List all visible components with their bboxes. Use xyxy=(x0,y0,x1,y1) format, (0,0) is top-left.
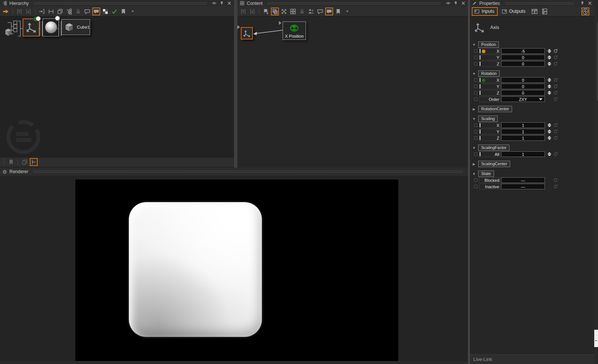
value-spinner[interactable] xyxy=(547,48,551,54)
value-spinner[interactable] xyxy=(547,135,551,141)
eye-icon[interactable] xyxy=(445,0,451,6)
close-icon[interactable] xyxy=(587,0,593,6)
show-layers-icon[interactable] xyxy=(271,8,279,15)
y-value-field[interactable]: 1 xyxy=(501,129,545,134)
z-value-field[interactable]: 1 xyxy=(501,135,545,141)
row-checkbox[interactable] xyxy=(474,85,477,88)
close-icon[interactable] xyxy=(226,0,232,6)
show-subtree-icon[interactable] xyxy=(65,8,73,15)
pin-icon[interactable] xyxy=(580,0,585,6)
value-spinner[interactable] xyxy=(547,84,551,89)
section-label[interactable]: ScalingFactor xyxy=(478,145,509,151)
lock-icon[interactable] xyxy=(298,8,306,15)
split-view-icon[interactable] xyxy=(531,8,538,15)
reset-icon[interactable] xyxy=(553,178,558,183)
pin-node-icon[interactable] xyxy=(262,8,270,15)
order-dropdown[interactable]: ZXY xyxy=(501,96,545,102)
x-value-field[interactable]: 0 xyxy=(501,77,545,83)
value-spinner[interactable] xyxy=(547,77,551,83)
section-label[interactable]: Rotation xyxy=(478,70,500,77)
tab-outputs[interactable]: Outputs xyxy=(500,7,528,16)
bookmark-view-icon[interactable] xyxy=(7,158,15,166)
y-value-field[interactable]: 0 xyxy=(501,55,545,60)
pin-icon[interactable] xyxy=(453,0,459,6)
x-value-field[interactable]: 1 xyxy=(501,122,545,128)
section-expander-icon[interactable]: ▶ xyxy=(470,107,478,111)
collapsed-link-marker[interactable] xyxy=(279,21,281,25)
bookmarks-menu-icon[interactable] xyxy=(343,8,351,15)
property-name-cell[interactable]: Order xyxy=(479,96,500,102)
section-expander-icon[interactable]: ▼ xyxy=(470,43,478,47)
hierarchy-cube-node[interactable]: Cube1 xyxy=(61,19,90,35)
row-checkbox[interactable] xyxy=(474,185,477,188)
property-name-cell[interactable]: Z xyxy=(479,90,500,96)
content-axis-node[interactable] xyxy=(241,27,253,40)
follow-selection-icon[interactable] xyxy=(2,8,10,15)
enter-container-icon[interactable] xyxy=(38,8,46,15)
property-name-cell[interactable]: Z xyxy=(479,135,500,141)
reset-icon[interactable] xyxy=(553,152,558,157)
reset-icon[interactable] xyxy=(553,61,558,66)
lock-icon[interactable] xyxy=(74,8,82,15)
property-name-cell[interactable]: Inactive xyxy=(479,184,500,189)
validate-icon[interactable] xyxy=(110,8,118,15)
reset-icon[interactable] xyxy=(553,123,558,128)
row-checkbox[interactable] xyxy=(474,97,477,101)
show-instances-icon[interactable] xyxy=(56,8,64,15)
arrange-grid-icon[interactable] xyxy=(289,8,297,15)
section-label[interactable]: Position xyxy=(478,41,499,48)
container-bounds-icon[interactable] xyxy=(47,8,55,15)
renderer-titlebar[interactable]: Renderer xyxy=(0,168,468,176)
value-spinner[interactable] xyxy=(547,61,551,67)
transparency-icon[interactable] xyxy=(101,8,109,15)
toolbar-grip[interactable] xyxy=(3,158,5,166)
row-checkbox[interactable] xyxy=(474,78,477,82)
row-checkbox[interactable] xyxy=(474,178,477,182)
row-checkbox[interactable] xyxy=(474,130,477,133)
green-animation-dot[interactable] xyxy=(482,78,486,82)
orange-animation-dot[interactable] xyxy=(482,49,486,53)
reset-icon[interactable] xyxy=(553,84,558,89)
property-name-cell[interactable]: Y xyxy=(479,84,500,89)
move-up-icon[interactable] xyxy=(239,8,247,15)
reset-icon[interactable] xyxy=(553,136,558,140)
vertical-splitter[interactable] xyxy=(234,0,237,168)
content-titlebar[interactable]: Content xyxy=(237,0,468,6)
property-name-cell[interactable]: Y xyxy=(479,55,500,60)
row-checkbox[interactable] xyxy=(474,136,477,140)
section-label[interactable]: RotationCenter xyxy=(478,106,512,112)
show-comments-icon[interactable] xyxy=(325,8,333,15)
layer-view-icon[interactable] xyxy=(21,158,29,166)
reset-icon[interactable] xyxy=(553,49,558,53)
collapse-links-icon[interactable] xyxy=(280,8,288,15)
stacked-view-icon[interactable] xyxy=(541,8,549,15)
scene-root-icon[interactable] xyxy=(5,20,19,37)
eye-icon[interactable] xyxy=(211,0,217,6)
row-checkbox[interactable] xyxy=(474,56,477,59)
row-checkbox[interactable] xyxy=(474,152,477,156)
shared-nodes-icon[interactable] xyxy=(307,8,315,15)
reset-icon[interactable] xyxy=(553,78,558,82)
value-spinner[interactable] xyxy=(547,129,551,134)
tree-view-icon[interactable] xyxy=(30,158,38,166)
render-viewport[interactable] xyxy=(75,180,398,361)
x-value-field[interactable]: -5 xyxy=(501,48,545,54)
property-name-cell[interactable]: All xyxy=(479,151,500,157)
section-expander-icon[interactable]: ▶ xyxy=(470,162,478,166)
add-comment-icon[interactable] xyxy=(316,8,324,15)
row-checkbox[interactable] xyxy=(474,49,477,53)
bookmarks-icon[interactable] xyxy=(334,8,342,15)
section-expander-icon[interactable]: ▼ xyxy=(470,146,478,150)
pin-icon[interactable] xyxy=(219,0,225,6)
z-value-field[interactable]: 0 xyxy=(501,90,545,96)
blocked-value-field[interactable]: — xyxy=(501,177,545,183)
property-name-cell[interactable]: Blocked xyxy=(479,177,500,183)
section-label[interactable]: Scaling xyxy=(478,116,498,122)
section-expander-icon[interactable]: ▼ xyxy=(470,117,478,121)
content-canvas[interactable]: X Position xyxy=(237,17,468,168)
hierarchy-axis-node[interactable] xyxy=(23,18,40,37)
row-checkbox[interactable] xyxy=(474,123,477,127)
hierarchy-canvas[interactable]: Cube1 xyxy=(0,17,234,157)
all-value-field[interactable]: 1 xyxy=(501,151,545,157)
close-icon[interactable] xyxy=(460,0,466,6)
